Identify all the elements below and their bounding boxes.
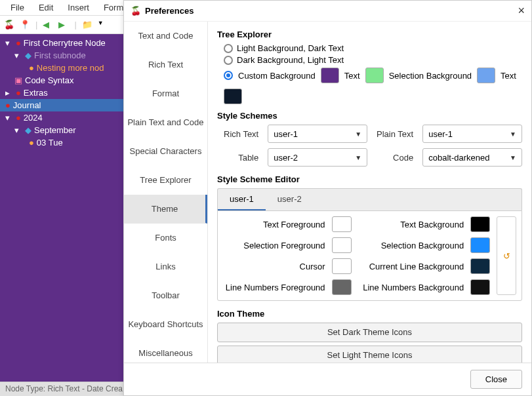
set-light-icons-button[interactable]: Set Light Theme Icons (217, 346, 522, 363)
seltext-color-swatch[interactable] (224, 89, 242, 104)
chevron-down-icon: ▼ (510, 130, 516, 138)
rich-text-combo[interactable]: user-1▼ (268, 125, 367, 143)
cherry-orange-icon: ● (29, 63, 34, 73)
table-label: Table (224, 153, 258, 163)
collapse-icon[interactable]: ▾ (5, 38, 13, 48)
category-list[interactable]: Text and Code Rich Text Format Plain Tex… (124, 22, 208, 363)
chevron-down-icon: ▼ (355, 130, 361, 138)
cursor-swatch[interactable] (332, 258, 352, 274)
tab-user-2[interactable]: user-2 (266, 189, 314, 210)
curline-bg-swatch[interactable] (470, 258, 490, 274)
cursor-label: Cursor (223, 262, 325, 271)
folder-icon[interactable]: 📁 (82, 20, 92, 30)
cat-tree-explorer[interactable]: Tree Explorer (124, 166, 207, 195)
cat-text-and-code[interactable]: Text and Code (124, 22, 207, 50)
cat-plain-text[interactable]: Plain Text and Code (124, 108, 207, 137)
bg-color-swatch[interactable] (321, 68, 339, 83)
cherry-red-icon: ● (16, 38, 21, 48)
cherry-blue-icon: ◆ (25, 125, 31, 135)
cat-shortcuts[interactable]: Keyboard Shortcuts (124, 310, 207, 339)
collapse-icon[interactable]: ▾ (14, 50, 22, 60)
expand-icon[interactable]: ▸ (5, 88, 13, 98)
revert-icon: ↺ (503, 251, 510, 261)
tree-node[interactable]: First Cherrytree Node (24, 38, 106, 48)
section-icon-theme: Icon Theme (217, 309, 522, 319)
cherry-icon[interactable]: 🍒 (4, 20, 14, 30)
plain-text-label: Plain Text (377, 129, 413, 139)
cat-toolbar[interactable]: Toolbar (124, 281, 207, 310)
collapse-icon[interactable]: ▾ (14, 125, 22, 135)
radio-dark-bg[interactable] (224, 56, 233, 65)
menu-file[interactable]: File (4, 1, 31, 14)
radio-light-bg[interactable] (224, 44, 233, 53)
seltext-label: Text (501, 71, 516, 81)
tree-node[interactable]: 2024 (24, 113, 43, 123)
section-tree-explorer: Tree Explorer (217, 30, 522, 39)
cat-format[interactable]: Format (124, 79, 207, 108)
sel-bg-label: Selection Background (360, 241, 464, 250)
tree-node[interactable]: Code Syntax (25, 75, 73, 85)
tree-node[interactable]: 03 Tue (37, 138, 63, 148)
selbg-color-swatch[interactable] (477, 68, 495, 83)
cherry-red-icon: ● (5, 100, 10, 110)
text-bg-swatch[interactable] (470, 216, 490, 232)
menu-insert[interactable]: Insert (61, 1, 96, 14)
cat-special-chars[interactable]: Special Characters (124, 137, 207, 166)
preferences-dialog: 🍒 Preferences × Text and Code Rich Text … (123, 0, 532, 396)
text-color-swatch[interactable] (365, 68, 384, 83)
collapse-icon[interactable]: ▾ (5, 113, 13, 123)
cat-links[interactable]: Links (124, 252, 207, 281)
radio-label: Light Background, Dark Text (237, 43, 344, 53)
curline-bg-label: Current Line Background (360, 262, 464, 271)
menu-edit[interactable]: Edit (32, 1, 60, 14)
text-fg-swatch[interactable] (332, 216, 352, 232)
settings-content: Tree Explorer Light Background, Dark Tex… (208, 22, 531, 363)
sel-fg-label: Selection Foreground (223, 241, 325, 250)
dropdown-icon[interactable]: ▼ (98, 20, 108, 30)
ln-fg-label: Line Numbers Foreground (223, 283, 325, 292)
code-label: Code (377, 153, 413, 163)
dialog-footer: Close (124, 363, 531, 395)
ln-bg-label: Line Numbers Background (360, 283, 464, 292)
radio-custom-bg[interactable] (224, 71, 233, 80)
text-fg-label: Text Foreground (223, 220, 325, 229)
table-combo[interactable]: user-2▼ (268, 148, 367, 167)
tree-node[interactable]: Extras (24, 88, 48, 98)
cat-misc[interactable]: Miscellaneous (124, 339, 207, 363)
reset-scheme-button[interactable]: ↺ (497, 216, 516, 295)
section-style-editor: Style Scheme Editor (217, 174, 522, 184)
back-icon[interactable]: ◀ (43, 20, 53, 30)
tree-node[interactable]: September (34, 125, 76, 135)
rich-text-label: Rich Text (224, 129, 258, 139)
dialog-title: Preferences (145, 6, 194, 16)
chevron-down-icon: ▼ (510, 154, 516, 161)
close-button[interactable]: Close (470, 370, 522, 389)
sel-bg-swatch[interactable] (470, 237, 490, 253)
chevron-down-icon: ▼ (355, 154, 361, 161)
code-icon: ▣ (14, 75, 22, 85)
pin-icon[interactable]: 📍 (20, 20, 30, 30)
tree-node[interactable]: Nesting more nod (37, 63, 104, 73)
cat-fonts[interactable]: Fonts (124, 224, 207, 252)
ln-fg-swatch[interactable] (332, 279, 352, 295)
plain-text-combo[interactable]: user-1▼ (422, 125, 522, 143)
cherry-red-icon: ● (16, 88, 21, 98)
tab-user-1[interactable]: user-1 (218, 189, 266, 210)
cat-theme[interactable]: Theme (124, 195, 207, 224)
cherry-blue-icon: ◆ (25, 50, 31, 60)
tree-node[interactable]: Journal (13, 100, 41, 110)
text-label: Text (344, 71, 360, 81)
dialog-titlebar: 🍒 Preferences × (124, 1, 531, 22)
sel-fg-swatch[interactable] (332, 237, 352, 253)
tree-node[interactable]: First subnode (34, 50, 86, 60)
forward-icon[interactable]: ▶ (58, 20, 69, 30)
editor-tabs: user-1 user-2 (217, 188, 522, 210)
cherry-red-icon: ● (16, 113, 21, 123)
cat-rich-text[interactable]: Rich Text (124, 50, 207, 79)
close-icon[interactable]: × (518, 4, 525, 18)
code-combo[interactable]: cobalt-darkened▼ (422, 148, 522, 167)
ln-bg-swatch[interactable] (470, 279, 490, 295)
set-dark-icons-button[interactable]: Set Dark Theme Icons (217, 323, 522, 342)
radio-label: Dark Background, Light Text (237, 55, 344, 65)
radio-label: Custom Background (238, 71, 316, 81)
